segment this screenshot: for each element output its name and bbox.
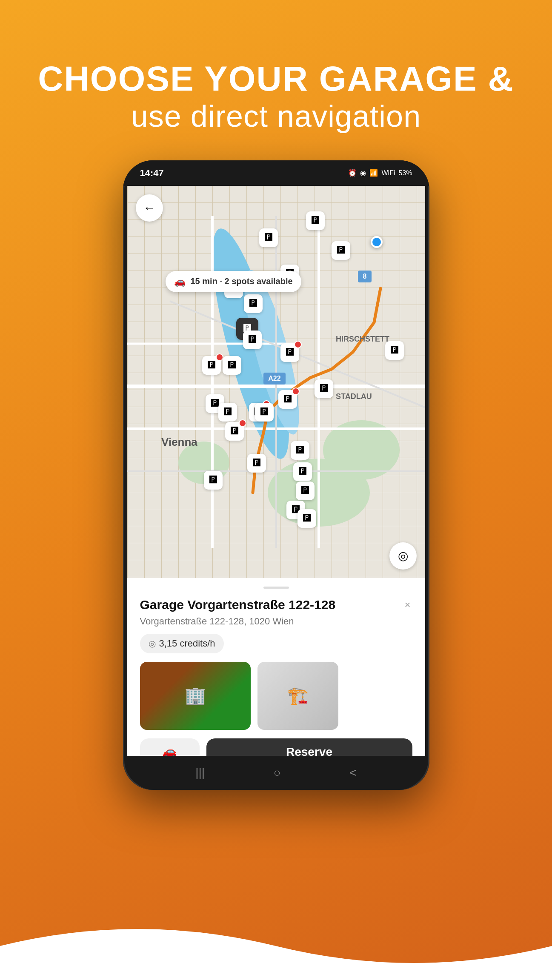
nav-recent-icon[interactable]: ||| — [195, 766, 205, 780]
phone-wrapper: 14:47 ⏰ ◉ 📶 WiFi 53% — [123, 160, 429, 790]
close-button[interactable]: × — [403, 597, 412, 612]
parking-icon-13[interactable]: 🅿 — [278, 390, 297, 409]
phone-frame: 14:47 ⏰ ◉ 📶 WiFi 53% — [123, 160, 429, 790]
map-tooltip: 🚗 15 min · 2 spots available — [166, 271, 301, 292]
garage-name: Garage Vorgartenstraße 122-128 — [140, 597, 336, 612]
headline-bold: CHOOSE YOUR GARAGE & — [38, 60, 514, 98]
credits-badge: ◎ 3,15 credits/h — [140, 634, 224, 653]
svg-text:8: 8 — [363, 273, 366, 280]
parking-icon-3[interactable]: 🅿 — [332, 241, 350, 260]
garage-address: Vorgartenstraße 122-128, 1020 Wien — [140, 616, 412, 627]
bottom-panel: Garage Vorgartenstraße 122-128 × Vorgart… — [127, 578, 425, 786]
parking-icon-23[interactable]: 🅿 — [296, 481, 315, 500]
location-button[interactable]: ◎ — [389, 542, 417, 570]
status-bar: 14:47 ⏰ ◉ 📶 WiFi 53% — [123, 160, 429, 186]
map-area[interactable]: A22 8 HIRSCHSTETT STADLAU Vienna ← ◎ — [127, 186, 425, 578]
destination-dot — [371, 236, 383, 248]
tooltip-text: 15 min · 2 spots available — [191, 276, 293, 286]
photo-thumb-1[interactable]: 🏢 — [140, 662, 251, 730]
parking-icon-7[interactable]: 🅿 — [243, 330, 262, 349]
parking-icon-6[interactable]: 🅿 — [244, 294, 263, 313]
back-button[interactable]: ← — [136, 194, 163, 222]
parking-icon-8[interactable]: 🅿 — [280, 343, 299, 362]
photo-thumb-2[interactable]: 🏗️ — [257, 662, 338, 730]
parking-icon-2[interactable]: 🅿 — [259, 228, 278, 247]
svg-text:STADLAU: STADLAU — [336, 392, 372, 401]
nav-home-icon[interactable]: ○ — [274, 766, 281, 780]
parking-icon-1[interactable]: 🅿 — [306, 211, 325, 230]
parking-icon-11[interactable]: 🅿 — [223, 356, 241, 375]
nav-back-icon[interactable]: < — [349, 766, 356, 780]
photo-placeholder-2: 🏗️ — [257, 662, 338, 730]
parking-icon-18[interactable]: 🅿 — [225, 422, 244, 441]
parking-icon-15[interactable]: 🅿 — [218, 403, 237, 422]
parking-icon-20[interactable]: 🅿 — [247, 454, 266, 473]
credits-value: 3,15 credits/h — [159, 638, 215, 649]
parking-icon-10[interactable]: 🅿 — [202, 356, 221, 375]
status-right: ⏰ ◉ 📶 WiFi 53% — [348, 169, 412, 177]
svg-text:A22: A22 — [268, 375, 280, 382]
location-icon: ◉ — [360, 169, 366, 177]
parking-icon-17[interactable]: 🅿 — [255, 403, 274, 422]
signal-icon: 📶 — [369, 169, 378, 177]
svg-text:Vienna: Vienna — [161, 436, 197, 448]
battery-text: 53% — [398, 169, 412, 177]
parking-icon-9[interactable]: 🅿 — [385, 341, 404, 360]
photo-placeholder-1: 🏢 — [140, 662, 251, 730]
parking-icon-19[interactable]: 🅿 — [291, 441, 309, 460]
tooltip-car-icon: 🚗 — [174, 276, 186, 287]
headline-section: CHOOSE YOUR GARAGE & use direct navigati… — [38, 0, 514, 135]
credits-icon: ◎ — [149, 638, 156, 649]
headline-light: use direct navigation — [38, 98, 514, 134]
garage-header: Garage Vorgartenstraße 122-128 × — [140, 597, 412, 612]
parking-icon-25[interactable]: 🅿 — [297, 509, 316, 528]
nav-bar: ||| ○ < — [127, 756, 425, 790]
parking-icon-22[interactable]: 🅿 — [204, 471, 223, 490]
parking-icon-21[interactable]: 🅿 — [293, 462, 312, 481]
drag-handle — [263, 587, 289, 589]
wifi-icon: WiFi — [381, 169, 395, 177]
svg-text:HIRSCHSTETT: HIRSCHSTETT — [336, 335, 389, 343]
alarm-icon: ⏰ — [348, 169, 357, 177]
bottom-wave — [0, 912, 552, 980]
phone-screen: A22 8 HIRSCHSTETT STADLAU Vienna ← ◎ — [127, 186, 425, 786]
photo-strip: 🏢 🏗️ — [140, 662, 412, 730]
parking-icon-12[interactable]: 🅿 — [315, 379, 333, 398]
status-time: 14:47 — [140, 168, 164, 179]
